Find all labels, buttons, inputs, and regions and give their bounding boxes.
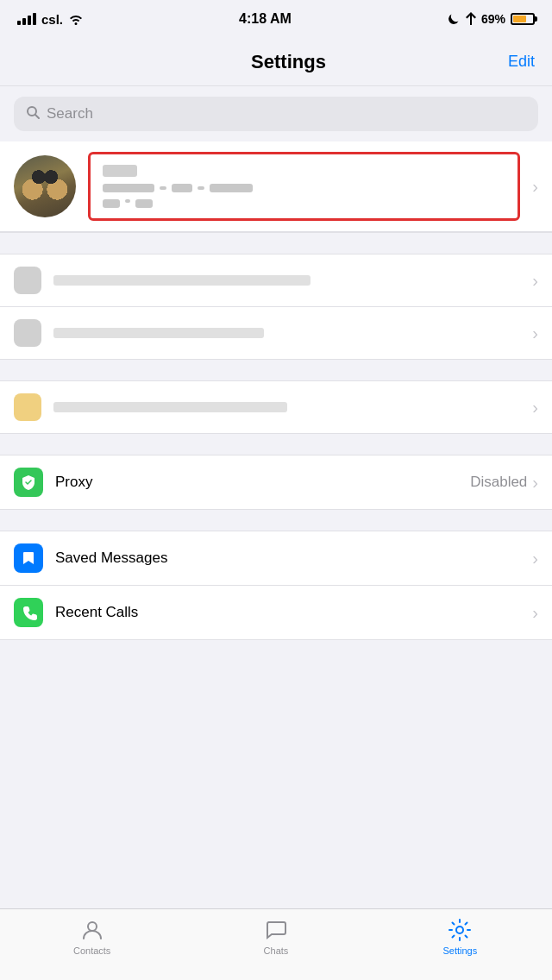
- tab-settings-label: Settings: [442, 945, 477, 956]
- proxy-row[interactable]: Proxy Disabled ›: [0, 455, 552, 509]
- settings-group-2: ›: [0, 380, 552, 434]
- tab-chats-label: Chats: [264, 945, 289, 956]
- search-bar[interactable]: Search: [14, 97, 538, 131]
- saved-messages-row[interactable]: Saved Messages ›: [0, 531, 552, 585]
- redacted-text-1: [53, 275, 520, 286]
- redacted-icon-1: [14, 267, 41, 294]
- status-left: csl.: [17, 12, 84, 27]
- redacted-text-3: [53, 402, 520, 412]
- search-icon: [26, 105, 40, 122]
- chevron-3: ›: [532, 398, 538, 418]
- profile-row[interactable]: ›: [0, 141, 552, 232]
- chevron-2: ›: [532, 324, 538, 343]
- proxy-chevron: ›: [532, 473, 538, 493]
- svg-point-3: [456, 927, 463, 933]
- tab-contacts[interactable]: Contacts: [0, 918, 184, 956]
- svg-point-2: [88, 922, 97, 931]
- wifi-icon: [68, 13, 84, 25]
- redacted-text-2: [53, 328, 520, 338]
- carrier-text: csl.: [41, 12, 63, 27]
- status-bar: csl. 4:18 AM 69%: [0, 0, 552, 38]
- recent-calls-chevron: ›: [532, 603, 538, 623]
- redacted-icon-2: [14, 319, 41, 347]
- settings-group-3: Proxy Disabled ›: [0, 455, 552, 510]
- proxy-value: Disabled: [470, 474, 527, 491]
- proxy-icon: [14, 468, 43, 497]
- gap-1: [0, 233, 552, 254]
- status-time: 4:18 AM: [239, 11, 292, 27]
- chats-icon: [264, 918, 288, 942]
- search-section: Search: [0, 86, 552, 141]
- gap-4: [0, 510, 552, 531]
- profile-chevron: ›: [532, 177, 538, 197]
- page-title: Settings: [251, 51, 326, 73]
- bottom-spacer: [0, 640, 552, 726]
- redacted-row-2[interactable]: ›: [0, 306, 552, 359]
- tab-contacts-label: Contacts: [73, 945, 110, 956]
- recent-calls-icon: [14, 598, 43, 627]
- battery-percentage: 69%: [481, 12, 505, 26]
- status-right: 69%: [447, 12, 535, 26]
- tab-bar: Contacts Chats Settings: [0, 908, 552, 980]
- chevron-1: ›: [532, 271, 538, 291]
- profile-info-highlight: [88, 152, 520, 221]
- location-icon: [466, 12, 476, 26]
- redacted-icon-3: [14, 393, 41, 421]
- battery-icon: [511, 13, 535, 25]
- profile-sub-redacted: [103, 184, 505, 192]
- proxy-label: Proxy: [55, 474, 470, 491]
- contacts-icon: [80, 918, 104, 942]
- avatar: [14, 155, 76, 217]
- settings-icon: [448, 918, 472, 942]
- tab-chats[interactable]: Chats: [184, 918, 367, 956]
- saved-messages-label: Saved Messages: [55, 550, 532, 567]
- edit-button[interactable]: Edit: [508, 53, 535, 71]
- settings-group-1: › ›: [0, 254, 552, 360]
- search-placeholder: Search: [47, 105, 93, 122]
- svg-line-1: [35, 115, 39, 118]
- saved-messages-chevron: ›: [532, 549, 538, 569]
- gap-3: [0, 434, 552, 455]
- signal-bars: [17, 13, 36, 25]
- saved-messages-icon: [14, 543, 43, 573]
- profile-section[interactable]: ›: [0, 141, 552, 233]
- profile-detail-redacted: [103, 199, 505, 208]
- recent-calls-label: Recent Calls: [55, 604, 532, 621]
- settings-group-4: Saved Messages › Recent Calls ›: [0, 531, 552, 640]
- moon-icon: [447, 12, 461, 26]
- nav-bar: Settings Edit: [0, 38, 552, 86]
- tab-settings[interactable]: Settings: [368, 918, 552, 956]
- profile-name-redacted: [103, 165, 137, 177]
- redacted-row-3[interactable]: ›: [0, 381, 552, 433]
- gap-2: [0, 360, 552, 380]
- recent-calls-row[interactable]: Recent Calls ›: [0, 585, 552, 639]
- redacted-row-1[interactable]: ›: [0, 254, 552, 306]
